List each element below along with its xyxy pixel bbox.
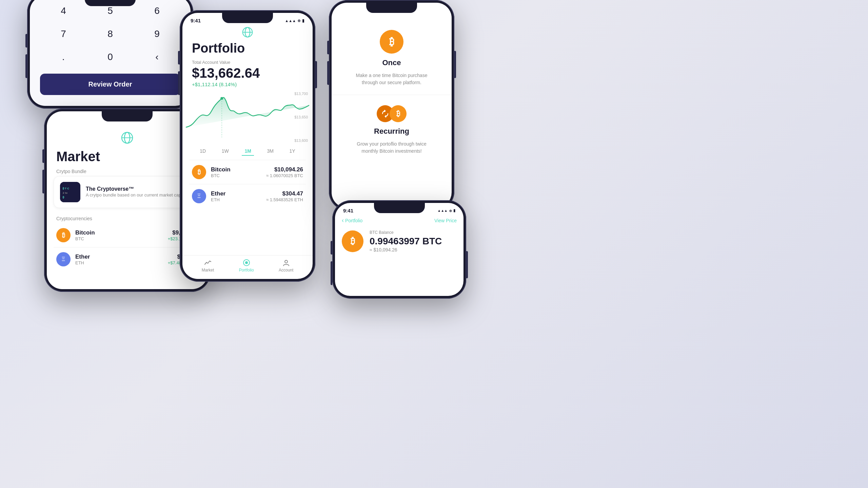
purchase-recurring[interactable]: ₿ Recurring Grow your portoflio through … xyxy=(332,95,452,163)
key-9[interactable]: 9 xyxy=(134,22,180,45)
view-price-button[interactable]: View Price xyxy=(434,218,457,223)
notch xyxy=(222,13,273,23)
once-btc-icon: ₿ xyxy=(380,30,403,54)
purchase-once[interactable]: ₿ Once Make a one time Bitcoin purchase … xyxy=(332,20,452,95)
notch xyxy=(102,111,153,121)
key-4[interactable]: 4 xyxy=(40,0,87,22)
battery-icon: ▮ xyxy=(453,208,455,213)
notch xyxy=(374,203,425,213)
phone-vol-down xyxy=(331,261,332,285)
eth-name: Ether xyxy=(75,254,163,260)
tab-1y[interactable]: 1Y xyxy=(287,147,298,156)
nav-market[interactable]: Market xyxy=(202,259,214,273)
btc-icon: ₿ xyxy=(56,228,71,242)
wifi-icon: ⌾ xyxy=(449,208,452,213)
eth-holding-info: Ether ETH xyxy=(211,190,261,202)
eth-ticker: ETH xyxy=(75,260,163,265)
total-account-value: $13,662.64 xyxy=(182,65,313,81)
phone-vol-up xyxy=(25,34,27,48)
back-label: Portfolio xyxy=(345,218,362,223)
btc-portfolio-row[interactable]: ₿ Bitcoin BTC $10,094.26 ≈ 1.06070025 BT… xyxy=(182,160,313,184)
time-display: 9:41 xyxy=(343,208,353,213)
time-display: 9:41 xyxy=(191,18,201,23)
signal-icon: ▲▲▲ xyxy=(437,209,448,212)
btc-detail-header: ‹ Portfolio View Price xyxy=(335,213,463,227)
chart-label-high: $13,700 xyxy=(294,92,308,96)
btc-balance-icon: ₿ xyxy=(342,230,363,252)
btc-holding-ticker: BTC xyxy=(211,173,261,178)
market-nav-icon xyxy=(204,259,212,266)
phone-purchase: ₿ Once Make a one time Bitcoin purchase … xyxy=(329,0,454,210)
eth-holding-value: $304.47 xyxy=(266,190,303,197)
numpad-grid: 4 5 6 7 8 9 . 0 ‹ xyxy=(30,0,191,72)
notch xyxy=(85,0,136,6)
chart-label-low: $13,600 xyxy=(294,138,308,143)
eth-icon: Ξ xyxy=(192,189,206,203)
purchase-screen: ₿ Once Make a one time Bitcoin purchase … xyxy=(332,3,452,208)
total-account-change: +$1,112.14 (8.14%) xyxy=(182,81,313,90)
bundle-image: ₿ T C 2 to ₿ xyxy=(60,182,80,202)
btc-holding-amount: ≈ 1.06070025 BTC xyxy=(266,173,303,178)
eth-holding-price: $304.47 ≈ 1.59483526 ETH xyxy=(266,190,303,202)
tab-1w[interactable]: 1W xyxy=(219,147,232,156)
eth-holding-amount: ≈ 1.59483526 ETH xyxy=(266,197,303,202)
eth-holding-ticker: ETH xyxy=(211,197,261,202)
chart-label-mid: $13,650 xyxy=(294,115,308,119)
key-0[interactable]: 0 xyxy=(87,45,134,69)
btc-name: Bitcoin xyxy=(75,229,163,236)
phone-power xyxy=(315,61,317,88)
key-backspace[interactable]: ‹ xyxy=(134,45,180,69)
btc-holding-info: Bitcoin BTC xyxy=(211,166,261,178)
recurring-desc: Grow your portoflio through twice monthl… xyxy=(351,140,432,155)
phone-vol-down xyxy=(327,61,329,85)
btc-ticker: BTC xyxy=(75,236,163,241)
phone-power xyxy=(466,251,468,278)
once-label: Once xyxy=(382,58,401,67)
status-icons: ▲▲▲ ⌾ ▮ xyxy=(437,208,455,213)
key-8[interactable]: 8 xyxy=(87,22,134,45)
tab-3m[interactable]: 3M xyxy=(264,147,276,156)
account-nav-icon xyxy=(282,259,290,266)
portfolio-title: Portfolio xyxy=(182,41,313,57)
chart-time-tabs: 1D 1W 1M 3M 1Y xyxy=(182,144,313,160)
portfolio-screen: 9:41 ▲▲▲ ⌾ ▮ Portfolio Total Account Val… xyxy=(182,13,313,279)
recurring-icons: ₿ xyxy=(377,105,407,122)
phone-power xyxy=(454,51,456,78)
bundle-card[interactable]: ₿ T C 2 to ₿ The Cryptoverse™ A crytpo b… xyxy=(54,176,201,208)
key-7[interactable]: 7 xyxy=(40,22,87,45)
phone-vol-down xyxy=(178,71,180,95)
review-order-button[interactable]: Review Order xyxy=(40,74,180,95)
key-dot[interactable]: . xyxy=(40,45,87,69)
phone-vol-down xyxy=(25,54,27,78)
bottom-nav: Market Portfolio Account xyxy=(182,255,313,279)
bundle-name: The Cryptoverse™ xyxy=(86,186,182,192)
tab-1d[interactable]: 1D xyxy=(197,147,209,156)
back-button[interactable]: ‹ Portfolio xyxy=(342,217,362,224)
nav-market-label: Market xyxy=(202,268,214,273)
svg-point-13 xyxy=(245,261,248,264)
svg-text:2 to: 2 to xyxy=(63,191,67,194)
tab-1m[interactable]: 1M xyxy=(242,147,254,156)
btcbalance-screen: 9:41 ▲▲▲ ⌾ ▮ ‹ Portfolio View Price ₿ BT… xyxy=(335,203,463,296)
phone-vol-up xyxy=(42,149,44,163)
nav-portfolio[interactable]: Portfolio xyxy=(239,259,254,273)
phone-portfolio: 9:41 ▲▲▲ ⌾ ▮ Portfolio Total Account Val… xyxy=(180,10,315,282)
phone-vol-up xyxy=(331,241,332,255)
btc-holding-price: $10,094.26 ≈ 1.06070025 BTC xyxy=(266,166,303,178)
eth-portfolio-row[interactable]: Ξ Ether ETH $304.47 ≈ 1.59483526 ETH xyxy=(182,184,313,208)
status-icons: ▲▲▲ ⌾ ▮ xyxy=(285,18,304,23)
bundle-info: The Cryptoverse™ A crytpo bundle based o… xyxy=(86,186,182,198)
nav-account[interactable]: Account xyxy=(279,259,293,273)
btc-balance-label: BTC Balance xyxy=(370,230,442,235)
btc-holding-value: $10,094.26 xyxy=(266,166,303,173)
btc-balance-section: ₿ BTC Balance 0.99463997 BTC ≈ $10,094.2… xyxy=(335,227,463,256)
wifi-icon: ⌾ xyxy=(298,18,300,23)
eth-icon: Ξ xyxy=(56,252,71,266)
key-6[interactable]: 6 xyxy=(134,0,180,22)
signal-icon: ▲▲▲ xyxy=(285,19,296,23)
phone-vol-down xyxy=(42,170,44,193)
app-logo xyxy=(182,27,313,38)
btc-holding-name: Bitcoin xyxy=(211,166,261,173)
recurring-label: Recurring xyxy=(374,127,409,136)
portfolio-nav-icon xyxy=(243,259,250,266)
